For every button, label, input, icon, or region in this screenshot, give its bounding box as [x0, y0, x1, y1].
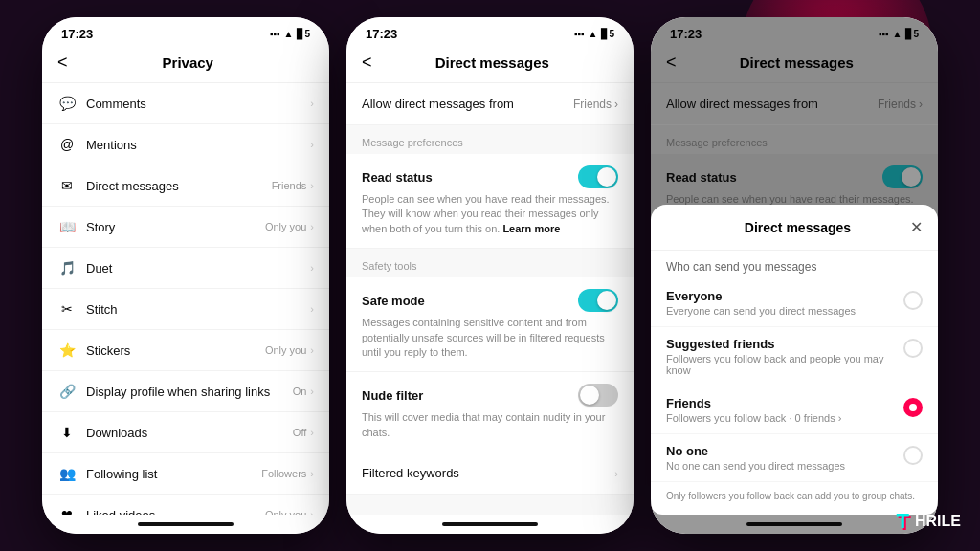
radio-suggested-title: Suggested friends: [666, 337, 903, 351]
signal-icon: ▪▪▪: [270, 29, 280, 39]
safety-tools-label: Safety tools: [346, 249, 634, 277]
privacy-item-mentions[interactable]: @ Mentions ›: [42, 124, 329, 165]
radio-everyone-circle[interactable]: [903, 291, 923, 310]
privacy-item-liked[interactable]: ❤ Liked videos Only you ›: [42, 495, 329, 515]
phone-bottom-1: [42, 515, 329, 534]
radio-noone[interactable]: No one No one can send you direct messag…: [651, 434, 938, 482]
status-icons-2: ▪▪▪ ▲ ▊5: [574, 29, 614, 39]
modal-close-button[interactable]: ✕: [910, 218, 923, 236]
duet-icon: 🎵: [57, 258, 77, 277]
profile-sharing-icon: 🔗: [57, 382, 77, 401]
msg-prefs-label: Message preferences: [346, 125, 634, 154]
back-button-2[interactable]: <: [362, 53, 372, 73]
nude-filter-title: Nude filter: [362, 388, 423, 403]
privacy-item-duet[interactable]: 🎵 Duet ›: [42, 248, 329, 289]
dm-label: Direct messages: [86, 179, 179, 193]
modal-backdrop[interactable]: Direct messages ✕ Who can send you messa…: [651, 17, 938, 534]
story-value: Only you: [265, 221, 306, 232]
radio-suggested-desc: Followers you follow back and people you…: [666, 353, 903, 376]
phone-bottom-2: [346, 515, 634, 534]
chevron-icon: ›: [310, 139, 314, 150]
privacy-item-downloads[interactable]: ⬇ Downloads Off ›: [42, 412, 329, 453]
privacy-item-profile-sharing[interactable]: 🔗 Display profile when sharing links On …: [42, 371, 329, 412]
chevron-icon: ›: [310, 221, 314, 232]
story-label: Story: [86, 220, 115, 234]
read-status-toggle[interactable]: [578, 165, 618, 188]
privacy-title: Privacy: [79, 55, 297, 71]
back-button-1[interactable]: <: [57, 53, 68, 73]
modal-header: Direct messages ✕: [651, 205, 938, 251]
dm-modal-sheet: Direct messages ✕ Who can send you messa…: [651, 205, 938, 515]
time-2: 17:23: [366, 27, 397, 41]
radio-friends-circle[interactable]: [903, 398, 923, 417]
privacy-item-following[interactable]: 👥 Following list Followers ›: [42, 453, 329, 495]
chevron-icon: ›: [310, 98, 314, 109]
dm-header: < Direct messages: [346, 47, 634, 83]
comments-label: Comments: [86, 97, 146, 111]
chevron-icon: ›: [614, 468, 618, 479]
stickers-icon: ⭐: [57, 341, 77, 360]
privacy-item-dm[interactable]: ✉ Direct messages Friends ›: [42, 165, 329, 207]
following-icon: 👥: [57, 464, 77, 483]
radio-everyone[interactable]: Everyone Everyone can send you direct me…: [651, 279, 938, 327]
chevron-icon: ›: [310, 468, 314, 479]
phone-dm-modal: 17:23 ▪▪▪ ▲ ▊5 < Direct messages Allow d…: [651, 17, 938, 534]
watermark: T HRILE: [897, 509, 961, 534]
mentions-label: Mentions: [86, 138, 137, 152]
dm-value: Friends: [272, 180, 307, 191]
safe-mode-toggle[interactable]: [578, 289, 618, 312]
filtered-keywords-row[interactable]: Filtered keywords ›: [346, 452, 634, 495]
radio-suggested[interactable]: Suggested friends Followers you follow b…: [651, 327, 938, 386]
privacy-list: 💬 Comments › @ Mentions › ✉ D: [42, 83, 329, 515]
radio-friends-title: Friends: [666, 396, 841, 410]
downloads-icon: ⬇: [57, 423, 77, 442]
battery-icon: ▊5: [297, 29, 310, 39]
chevron-icon: ›: [310, 303, 314, 315]
watermark-icon: T: [897, 509, 909, 534]
status-icons-1: ▪▪▪ ▲ ▊5: [270, 29, 310, 39]
radio-friends-desc: Followers you follow back · 0 friends ›: [666, 412, 841, 424]
privacy-item-stitch[interactable]: ✂ Stitch ›: [42, 289, 329, 330]
allow-dm-row[interactable]: Allow direct messages from Friends ›: [346, 83, 634, 125]
dm-title: Direct messages: [384, 55, 601, 71]
home-indicator-1: [138, 522, 234, 526]
privacy-item-comments[interactable]: 💬 Comments ›: [42, 83, 329, 124]
status-bar-1: 17:23 ▪▪▪ ▲ ▊5: [42, 17, 329, 47]
time-1: 17:23: [61, 27, 93, 41]
following-label: Following list: [86, 467, 157, 481]
downloads-value: Off: [293, 427, 306, 438]
downloads-label: Downloads: [86, 426, 147, 440]
learn-more-link[interactable]: Learn more: [502, 223, 560, 234]
dm-icon: ✉: [57, 176, 77, 195]
chevron-icon: ›: [310, 427, 314, 438]
toggle-knob: [597, 167, 616, 187]
modal-sheet-title: Direct messages: [745, 220, 851, 235]
chevron-icon: ›: [310, 262, 314, 274]
radio-suggested-circle[interactable]: [903, 339, 923, 358]
chevron-icon: ›: [310, 180, 314, 191]
stitch-label: Stitch: [86, 302, 118, 317]
radio-everyone-title: Everyone: [666, 289, 856, 303]
allow-dm-label: Allow direct messages from: [362, 97, 514, 111]
dm-content: Allow direct messages from Friends › Mes…: [346, 83, 634, 515]
following-value: Followers: [261, 468, 306, 479]
wifi-icon: ▲: [589, 29, 598, 39]
safe-mode-item: Safe mode Messages containing sensitive …: [346, 277, 634, 372]
mentions-icon: @: [57, 135, 77, 154]
read-status-title: Read status: [362, 170, 433, 185]
radio-friends[interactable]: Friends Followers you follow back · 0 fr…: [651, 386, 938, 434]
toggle-knob: [580, 386, 599, 405]
read-status-item: Read status People can see when you have…: [346, 154, 634, 249]
nude-filter-toggle[interactable]: [578, 384, 618, 407]
liked-icon: ❤: [57, 505, 77, 515]
watermark-text: HRILE: [915, 513, 961, 530]
profile-sharing-label: Display profile when sharing links: [86, 385, 270, 399]
radio-everyone-desc: Everyone can send you direct messages: [666, 305, 856, 317]
profile-sharing-value: On: [293, 386, 307, 397]
read-status-desc: People can see when you have read their …: [362, 192, 618, 236]
modal-footer: Only followers you follow back can add y…: [651, 482, 938, 515]
radio-noone-circle[interactable]: [903, 446, 923, 465]
privacy-item-story[interactable]: 📖 Story Only you ›: [42, 207, 329, 248]
home-indicator-2: [442, 522, 538, 526]
privacy-item-stickers[interactable]: ⭐ Stickers Only you ›: [42, 330, 329, 371]
